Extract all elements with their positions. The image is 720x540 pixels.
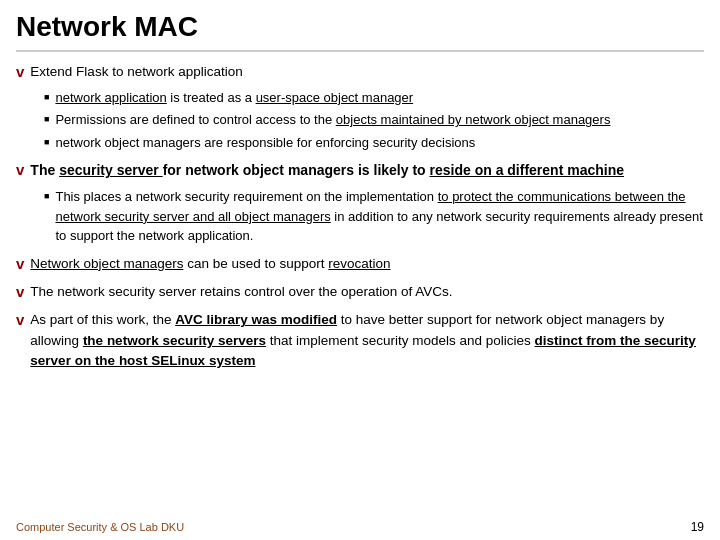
v-icon-3: v: [16, 255, 24, 272]
slide-container: Network MAC v Extend Flask to network ap…: [0, 0, 720, 540]
sub-bullet-1a: ■ network application is treated as a us…: [44, 88, 704, 108]
main-bullet-text-2: The security server for network object m…: [30, 160, 624, 181]
sub-bullet-text-1c: network object managers are responsible …: [55, 133, 475, 153]
slide-title: Network MAC: [16, 10, 704, 44]
square-icon-1c: ■: [44, 137, 49, 147]
sub-bullet-text-1b: Permissions are defined to control acces…: [55, 110, 610, 130]
sub-bullets-2: ■ This places a network security require…: [44, 187, 704, 246]
footer-left-text: Computer Security & OS Lab DKU: [16, 521, 184, 533]
v-icon-2: v: [16, 161, 24, 178]
sub-bullets-1: ■ network application is treated as a us…: [44, 88, 704, 153]
content-area: v Extend Flask to network application ■ …: [16, 62, 704, 532]
v-icon-5: v: [16, 311, 24, 328]
bullet-section-2: v The security server for network object…: [16, 160, 704, 246]
main-bullet-text-5: As part of this work, the AVC library wa…: [30, 310, 704, 371]
sub-bullet-text-1a: network application is treated as a user…: [55, 88, 413, 108]
main-bullet-5: v As part of this work, the AVC library …: [16, 310, 704, 371]
main-bullet-3: v Network object managers can be used to…: [16, 254, 704, 274]
sub-bullet-2a: ■ This places a network security require…: [44, 187, 704, 246]
main-bullet-text-1: Extend Flask to network application: [30, 62, 242, 82]
slide-number: 19: [691, 520, 704, 534]
main-bullet-text-3: Network object managers can be used to s…: [30, 254, 390, 274]
main-bullet-text-4: The network security server retains cont…: [30, 282, 452, 302]
bullet-section-1: v Extend Flask to network application ■ …: [16, 62, 704, 153]
main-bullet-2: v The security server for network object…: [16, 160, 704, 181]
sub-bullet-text-2a: This places a network security requireme…: [55, 187, 704, 246]
v-icon-4: v: [16, 283, 24, 300]
sub-bullet-1b: ■ Permissions are defined to control acc…: [44, 110, 704, 130]
v-icon-1: v: [16, 63, 24, 80]
square-icon-2a: ■: [44, 191, 49, 201]
bullet-section-3: v Network object managers can be used to…: [16, 254, 704, 274]
slide-footer: Computer Security & OS Lab DKU 19: [16, 520, 704, 534]
square-icon-1a: ■: [44, 92, 49, 102]
title-divider: [16, 50, 704, 52]
bullet-section-4: v The network security server retains co…: [16, 282, 704, 302]
main-bullet-1: v Extend Flask to network application: [16, 62, 704, 82]
square-icon-1b: ■: [44, 114, 49, 124]
main-bullet-4: v The network security server retains co…: [16, 282, 704, 302]
sub-bullet-1c: ■ network object managers are responsibl…: [44, 133, 704, 153]
bullet-section-5: v As part of this work, the AVC library …: [16, 310, 704, 371]
